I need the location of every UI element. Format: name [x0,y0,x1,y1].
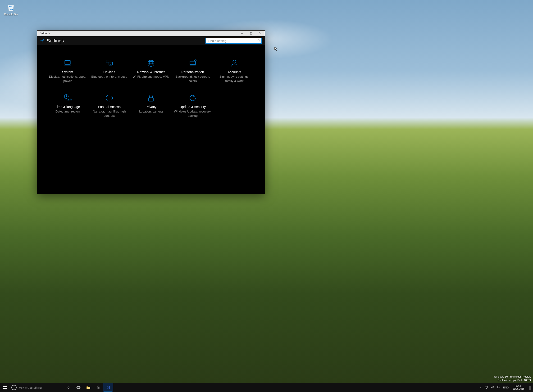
minimize-button[interactable] [238,31,247,36]
category-devices[interactable]: Devices Bluetooth, printers, mouse [90,59,128,83]
settings-search-input[interactable] [205,38,262,44]
update-security-icon [174,93,212,103]
category-update-security[interactable]: Update & security Windows Update, recove… [174,93,212,118]
tray-show-hidden-icon[interactable]: ▲ [480,386,482,389]
mouse-cursor [274,47,278,51]
settings-window: Settings Settings [37,30,265,194]
cortana-icon [11,385,17,390]
category-system[interactable]: System Display, notifications, apps, pow… [49,59,86,83]
recycle-bin-icon [3,3,19,12]
category-desc: Bluetooth, printers, mouse [90,75,128,79]
ease-of-access-icon [90,93,128,103]
desktop-icon-recycle-bin[interactable]: Recycle Bin [3,3,19,16]
desktop[interactable]: Recycle Bin Settings [0,0,533,392]
svg-point-5 [258,39,259,41]
svg-rect-22 [149,98,153,101]
windows-watermark: Windows 10 Pro Insider Preview Evaluatio… [494,375,531,382]
show-desktop-button[interactable] [529,386,531,390]
category-title: Ease of Access [90,105,128,109]
category-desc: Date, time, region [49,109,86,114]
window-title: Settings [37,32,52,35]
tray-clock[interactable]: 07:56 11/05/2015 [512,385,525,390]
cortana-placeholder: Ask me anything [19,386,42,389]
window-titlebar[interactable]: Settings [37,31,265,36]
category-title: Privacy [132,105,170,109]
category-desc: Display, notifications, apps, power [49,75,86,83]
category-desc: Narrator, magnifier, high contrast [90,109,128,118]
settings-categories-grid: System Display, notifications, apps, pow… [37,45,265,118]
watermark-line1: Windows 10 Pro Insider Preview [494,375,531,378]
personalization-icon [174,59,212,68]
category-title: Accounts [215,70,253,74]
svg-point-10 [110,64,111,65]
svg-rect-15 [190,61,195,65]
accounts-icon [215,59,253,68]
clock-time: 07:56 [513,385,524,387]
laptop-icon [49,59,86,68]
cortana-mic-button[interactable] [64,383,73,392]
devices-icon [90,59,128,68]
tray-language-indicator[interactable]: ENG [503,386,509,389]
category-ease-of-access[interactable]: Ease of Access Narrator, magnifier, high… [90,93,128,118]
category-title: Update & security [174,105,212,109]
clock-date: 11/05/2015 [513,387,524,390]
taskbar-app-file-explorer[interactable] [83,383,93,392]
category-privacy[interactable]: Privacy Location, camera [132,93,170,118]
category-desc: Windows Update, recovery, backup [174,109,212,118]
svg-point-4 [42,40,43,42]
svg-line-6 [259,41,260,42]
taskbar: Ask me anything ▲ E [0,383,533,392]
tray-network-icon[interactable] [485,386,488,389]
svg-rect-33 [98,387,98,388]
category-desc: Sign-in, sync settings, family & work [215,75,253,83]
taskbar-app-settings[interactable] [103,383,113,392]
tray-volume-icon[interactable] [491,386,494,389]
svg-line-20 [66,97,67,97]
task-view-button[interactable] [73,383,83,392]
cortana-search-box[interactable]: Ask me anything [10,383,64,392]
svg-rect-38 [485,386,487,388]
svg-point-17 [233,60,236,63]
svg-rect-8 [106,60,110,63]
category-time-language[interactable]: A字 Time & language Date, time, region [49,93,86,118]
category-desc: Wi-Fi, airplane mode, VPN [132,75,170,79]
svg-rect-31 [87,387,90,389]
desktop-icon-label: Recycle Bin [3,13,19,16]
tray-action-center-icon[interactable] [497,386,500,389]
svg-rect-25 [3,388,5,389]
svg-text:A字: A字 [67,98,72,101]
svg-rect-34 [99,387,99,388]
svg-rect-35 [98,388,98,389]
privacy-icon [132,93,170,103]
svg-rect-28 [77,387,80,389]
watermark-line2: Evaluation copy. Build 10074 [494,378,531,382]
svg-rect-36 [99,388,99,389]
time-language-icon: A字 [49,93,86,103]
close-button[interactable] [256,31,265,36]
maximize-button[interactable] [247,31,256,36]
category-desc: Background, lock screen, colors [174,75,212,83]
search-icon [257,39,260,43]
svg-rect-26 [5,388,7,389]
category-personalization[interactable]: Personalization Background, lock screen,… [174,59,212,83]
category-accounts[interactable]: Accounts Sign-in, sync settings, family … [215,59,253,83]
settings-header: Settings [37,36,265,45]
taskbar-app-store[interactable] [93,383,103,392]
svg-rect-1 [250,33,252,34]
category-title: Time & language [49,105,86,109]
category-title: Network & Internet [132,70,170,74]
svg-rect-7 [65,61,70,65]
svg-rect-27 [68,386,69,388]
category-title: Devices [90,70,128,74]
svg-rect-23 [3,386,5,387]
gear-icon [40,39,44,43]
category-title: Personalization [174,70,212,74]
svg-rect-32 [97,387,100,389]
category-desc: Location, camera [132,109,170,114]
svg-rect-24 [5,386,7,387]
globe-icon [132,59,170,68]
category-network-internet[interactable]: Network & Internet Wi-Fi, airplane mode,… [132,59,170,83]
svg-point-37 [108,387,109,388]
start-button[interactable] [0,383,10,392]
category-title: System [49,70,86,74]
